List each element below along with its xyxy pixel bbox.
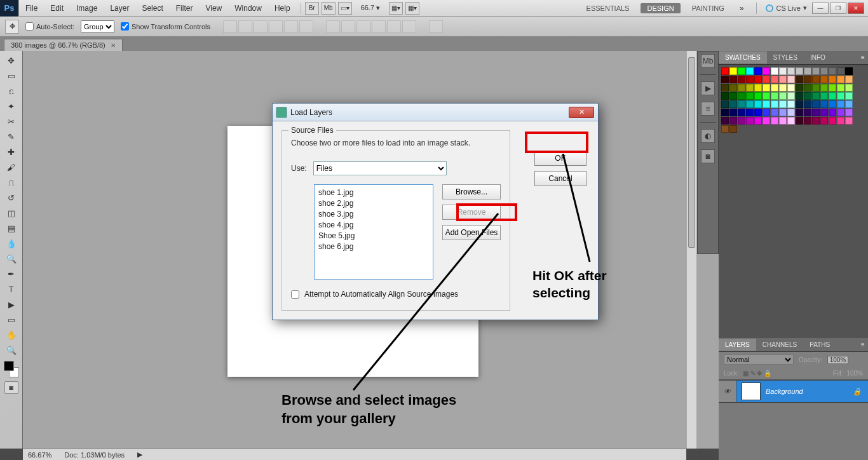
swatch[interactable] (787, 92, 795, 100)
swatch[interactable] (763, 100, 770, 108)
swatch[interactable] (763, 109, 770, 116)
status-doc-info[interactable]: Doc: 1.03M/0 bytes (64, 451, 125, 459)
file-list-item[interactable]: Shoe 5.jpg (318, 231, 429, 241)
swatch[interactable] (796, 117, 803, 125)
swatch[interactable] (738, 109, 745, 116)
distribute-icon[interactable] (356, 20, 370, 33)
add-open-files-button[interactable]: Add Open Files (442, 225, 501, 240)
align-icon[interactable] (284, 20, 298, 33)
swatch[interactable] (771, 100, 778, 108)
swatch[interactable] (754, 109, 762, 116)
ok-button[interactable]: OK (534, 151, 587, 166)
swatch[interactable] (812, 109, 820, 116)
file-list[interactable]: shoe 1.jpgshoe 2.jpgshoe 3.jpgshoe 4.jpg… (314, 184, 433, 280)
swatch[interactable] (787, 76, 795, 83)
swatch[interactable] (837, 100, 844, 108)
swatch[interactable] (754, 84, 762, 91)
swatch[interactable] (787, 100, 795, 108)
distribute-icon[interactable] (372, 20, 386, 33)
document-tab[interactable]: 360 images @ 66.7% (RGB/8) ✕ (4, 39, 123, 51)
swatch[interactable] (812, 84, 820, 91)
show-transform-checkbox[interactable]: Show Transform Controls (121, 22, 210, 30)
swatch[interactable] (829, 100, 836, 108)
align-icon[interactable] (223, 20, 237, 33)
file-list-item[interactable]: shoe 4.jpg (318, 220, 429, 231)
menu-view[interactable]: View (199, 4, 228, 13)
swatch[interactable] (845, 92, 853, 100)
distribute-icon[interactable] (341, 20, 355, 33)
swatch[interactable] (771, 109, 778, 116)
swatch[interactable] (796, 84, 803, 91)
swatch[interactable] (754, 117, 762, 125)
swatch[interactable] (829, 92, 836, 100)
menu-layer[interactable]: Layer (104, 4, 135, 13)
swatch[interactable] (820, 84, 828, 91)
swatch[interactable] (771, 117, 778, 125)
swatch[interactable] (837, 76, 844, 83)
swatch[interactable] (812, 100, 820, 108)
swatch[interactable] (829, 67, 836, 75)
swatch[interactable] (837, 92, 844, 100)
history-brush-tool[interactable]: ↺ (4, 191, 19, 205)
zoom-level[interactable]: 66.7 ▾ (361, 4, 380, 12)
swatch[interactable] (721, 125, 729, 133)
swatch[interactable] (746, 76, 754, 83)
blend-mode-select[interactable]: Normal (724, 355, 794, 365)
swatch[interactable] (729, 84, 737, 91)
quick-select-tool[interactable]: ✦ (4, 99, 19, 113)
opacity-value[interactable]: 100% (827, 356, 849, 364)
align-icon[interactable] (299, 20, 313, 33)
swatch[interactable] (729, 109, 737, 116)
swatch[interactable] (746, 84, 754, 91)
swatch[interactable] (721, 67, 729, 75)
align-icon[interactable] (254, 20, 268, 33)
swatch[interactable] (845, 84, 853, 91)
fill-value[interactable]: 100% (846, 370, 863, 377)
tab-styles[interactable]: STYLES (767, 51, 804, 64)
swatch[interactable] (729, 67, 737, 75)
swatch[interactable] (845, 109, 853, 116)
eyedropper-tool[interactable]: ✎ (4, 130, 19, 144)
panel-menu-icon[interactable]: ≡ (858, 53, 868, 63)
dialog-title-bar[interactable]: Load Layers ✕ (273, 104, 598, 121)
swatch[interactable] (812, 76, 820, 83)
swatch[interactable] (771, 84, 778, 91)
auto-align-icon[interactable] (429, 20, 443, 33)
swatch[interactable] (779, 67, 787, 75)
swatch[interactable] (771, 76, 778, 83)
swatch[interactable] (771, 92, 778, 100)
swatch[interactable] (721, 117, 729, 125)
swatch[interactable] (763, 92, 770, 100)
swatch[interactable] (787, 109, 795, 116)
screen-mode-button[interactable]: ▭▾ (338, 2, 352, 15)
swatch[interactable] (829, 117, 836, 125)
gradient-tool[interactable]: ▤ (4, 221, 19, 235)
quick-mask-button[interactable]: ◙ (4, 381, 18, 394)
swatch[interactable] (763, 84, 770, 91)
swatch[interactable] (787, 67, 795, 75)
swatch[interactable] (779, 92, 787, 100)
align-icon[interactable] (269, 20, 283, 33)
swatch[interactable] (754, 92, 762, 100)
swatch[interactable] (820, 76, 828, 83)
swatch[interactable] (845, 76, 853, 83)
swatch[interactable] (738, 67, 745, 75)
status-zoom[interactable]: 66.67% (28, 451, 51, 459)
close-button[interactable]: ✕ (848, 3, 864, 14)
swatch[interactable] (845, 67, 853, 75)
swatch[interactable] (804, 109, 811, 116)
remove-button[interactable]: Remove (442, 205, 501, 220)
menu-help[interactable]: Help (268, 4, 297, 13)
swatch[interactable] (787, 117, 795, 125)
swatch[interactable] (845, 117, 853, 125)
swatch[interactable] (804, 84, 811, 91)
healing-tool[interactable]: ✚ (4, 145, 19, 159)
pen-tool[interactable]: ✒ (4, 267, 19, 281)
swatch[interactable] (746, 100, 754, 108)
swatch[interactable] (763, 117, 770, 125)
use-select[interactable]: Files (313, 161, 447, 175)
menu-window[interactable]: Window (228, 4, 268, 13)
arrange-button[interactable]: ▦▾ (389, 2, 403, 15)
swatch[interactable] (763, 67, 770, 75)
swatch[interactable] (738, 84, 745, 91)
